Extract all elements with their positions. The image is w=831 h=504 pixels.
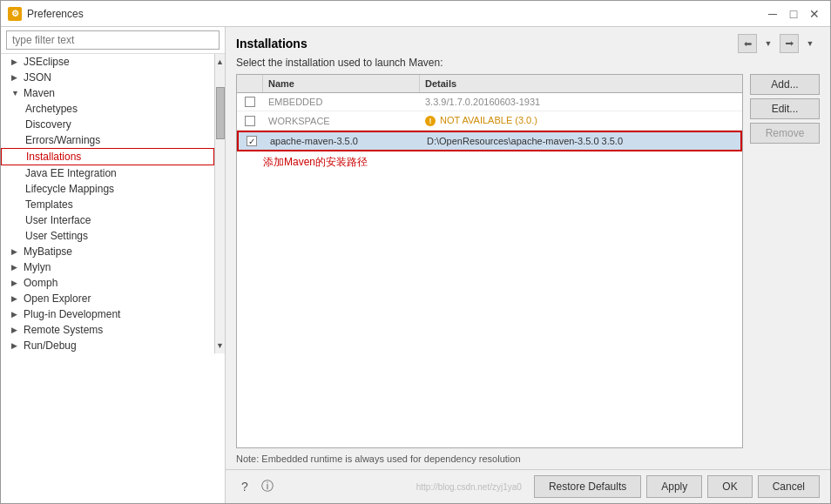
sidebar-item-label: User Settings [25,230,88,242]
sidebar-item-mylyn[interactable]: ▶ Mylyn [1,259,214,275]
row-checkbox-embedded[interactable] [237,93,263,111]
expand-icon: ▶ [11,73,20,82]
note-text: Note: Embedded runtime is always used fo… [236,454,820,464]
sidebar-item-label: Lifecycle Mappings [25,183,114,195]
sidebar-item-label: Mylyn [24,261,51,273]
main-header: Installations ⬅ ▼ ⮕ ▼ [226,27,830,57]
nav-forward-dropdown[interactable]: ▼ [801,34,820,53]
scroll-up-btn[interactable]: ▲ [215,54,226,70]
sidebar-item-label: Errors/Warnings [25,134,100,146]
main-content: Select the installation used to launch M… [226,57,830,469]
checkbox-apache[interactable]: ✓ [247,136,257,146]
sidebar-item-plugindev[interactable]: ▶ Plug-in Development [1,306,214,322]
sidebar-item-openexplorer[interactable]: ▶ Open Explorer [1,291,214,306]
sidebar-item-label: MyBatipse [24,245,72,258]
row-details-workspace: ! NOT AVAILABLE (3.0.) [420,111,742,130]
main-panel: Installations ⬅ ▼ ⮕ ▼ Select the install… [226,27,830,503]
scroll-thumb[interactable] [216,87,225,139]
table-row[interactable]: EMBEDDED 3.3.9/1.7.0.20160603-1931 [237,93,742,111]
subtitle: Select the installation used to launch M… [236,57,820,69]
row-checkbox-workspace[interactable] [237,112,263,130]
sidebar-item-archetypes[interactable]: Archetypes [1,101,214,117]
title-bar-left: ⚙ Preferences [8,7,84,21]
sidebar-item-rundebug[interactable]: ▶ Run/Debug [1,338,214,353]
sidebar-item-label: Discovery [25,118,71,131]
expand-icon: ▶ [11,263,20,272]
expand-icon: ▶ [11,57,20,66]
bottom-left: ? ⓘ [236,478,276,495]
sidebar-item-discovery[interactable]: Discovery [1,117,214,132]
nav-back-dropdown[interactable]: ▼ [759,34,778,53]
help-icon[interactable]: ? [236,478,253,495]
app-icon: ⚙ [8,7,22,21]
sidebar-item-jseclipse[interactable]: ▶ JSEclipse [1,54,214,70]
row-checkbox-apache[interactable]: ✓ [239,132,265,150]
checkmark-icon: ✓ [248,137,255,146]
cancel-button[interactable]: Cancel [758,475,820,498]
table-header: Name Details [237,75,742,93]
sidebar-item-templates[interactable]: Templates [1,197,214,212]
expand-icon: ▶ [11,326,20,334]
add-button[interactable]: Add... [750,74,820,95]
sidebar-item-label: User Interface [25,214,91,226]
expand-icon: ▼ [11,89,20,97]
sidebar-item-json[interactable]: ▶ JSON [1,70,214,85]
sidebar-scrollbar[interactable]: ▲ ▼ [214,54,225,353]
expand-icon: ▶ [11,341,20,350]
content-area: ▶ JSEclipse ▶ JSON ▼ Maven Archetypes [1,27,830,503]
sidebar-item-lifecycle[interactable]: Lifecycle Mappings [1,181,214,197]
expand-icon: ▶ [11,310,20,319]
apply-button[interactable]: Apply [646,475,702,498]
bottom-right: http://blog.csdn.net/zyj1ya0 Restore Def… [416,475,820,498]
edit-button[interactable]: Edit... [750,98,820,119]
installations-table: Name Details EMBEDDED 3.3.9/1.7.0.201606… [236,74,743,448]
sidebar-item-maven[interactable]: ▼ Maven [1,85,214,101]
tree-area: ▶ JSEclipse ▶ JSON ▼ Maven Archetypes [1,54,214,353]
restore-defaults-button[interactable]: Restore Defaults [534,475,641,498]
sidebar-item-oomph[interactable]: ▶ Oomph [1,275,214,291]
sidebar-item-label: Run/Debug [24,339,77,352]
sidebar-item-label: Archetypes [25,103,78,115]
title-bar: ⚙ Preferences ─ □ ✕ [1,1,830,27]
row-details-embedded: 3.3.9/1.7.0.20160603-1931 [420,93,742,111]
title-controls: ─ □ ✕ [764,5,823,23]
remove-button[interactable]: Remove [750,123,820,144]
scrollbar-area: ▶ JSEclipse ▶ JSON ▼ Maven Archetypes [1,54,225,353]
search-input[interactable] [6,30,220,50]
row-details-apache: D:\OpenResources\apache-maven-3.5.0 3.5.… [422,132,740,150]
sidebar-item-label: Templates [25,198,73,211]
sidebar-item-javaee[interactable]: Java EE Integration [1,165,214,181]
bottom-bar: ? ⓘ http://blog.csdn.net/zyj1ya0 Restore… [226,469,830,503]
sidebar-item-errors[interactable]: Errors/Warnings [1,132,214,148]
nav-buttons: ⬅ ▼ ⮕ ▼ [738,34,820,53]
expand-icon: ▶ [11,279,20,287]
scroll-down-btn[interactable]: ▼ [215,338,226,353]
nav-forward-button[interactable]: ⮕ [780,34,799,53]
sidebar-item-label: Maven [24,87,55,99]
action-buttons: Add... Edit... Remove [750,74,820,448]
ok-button[interactable]: OK [707,475,752,498]
row-name-apache: apache-maven-3.5.0 [265,132,422,150]
table-row[interactable]: WORKSPACE ! NOT AVAILABLE (3.0.) [237,111,742,131]
maximize-button[interactable]: □ [785,5,802,23]
sidebar: ▶ JSEclipse ▶ JSON ▼ Maven Archetypes [1,27,226,503]
warning-icon: ! [425,116,436,126]
minimize-button[interactable]: ─ [764,5,781,23]
info-icon[interactable]: ⓘ [259,478,276,495]
sidebar-item-usersettings[interactable]: User Settings [1,228,214,244]
sidebar-item-userinterface[interactable]: User Interface [1,212,214,228]
checkbox-embedded[interactable] [245,97,255,107]
close-button[interactable]: ✕ [806,5,823,23]
sidebar-item-installations[interactable]: Installations [1,148,214,165]
sidebar-item-label: Installations [26,151,81,163]
sidebar-item-remotesystems[interactable]: ▶ Remote Systems [1,322,214,338]
col-check [237,75,263,92]
sidebar-item-mybatipse[interactable]: ▶ MyBatipse [1,244,214,259]
sidebar-item-label: Plug-in Development [24,308,120,320]
sidebar-item-label: Oomph [24,277,57,289]
nav-back-button[interactable]: ⬅ [738,34,757,53]
window-title: Preferences [27,8,84,20]
checkbox-workspace[interactable] [245,116,255,126]
table-row-selected[interactable]: ✓ apache-maven-3.5.0 D:\OpenResources\ap… [237,131,742,151]
sidebar-item-label: Open Explorer [24,292,91,305]
